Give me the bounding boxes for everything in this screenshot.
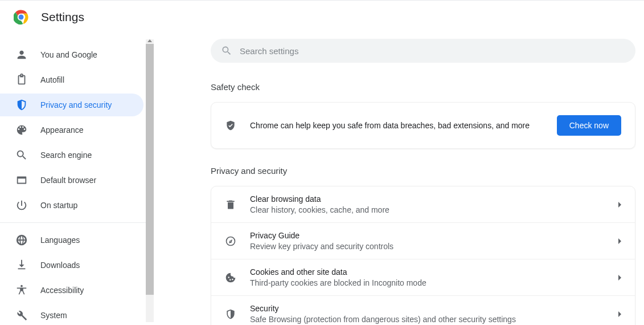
row-desc: Clear history, cookies, cache, and more (250, 205, 618, 214)
safety-check-card: Chrome can help keep you safe from data … (211, 102, 635, 149)
header-bar: Settings (0, 0, 644, 33)
trash-icon (225, 199, 236, 210)
globe-icon (15, 234, 28, 246)
row-security[interactable]: Security Safe Browsing (protection from … (211, 295, 635, 325)
chevron-right-icon (618, 202, 621, 208)
sidebar-divider (0, 222, 146, 223)
row-cookies[interactable]: Cookies and other site data Third-party … (211, 259, 635, 295)
sidebar-item-accessibility[interactable]: Accessibility (0, 279, 146, 302)
clipboard-icon (15, 74, 28, 86)
browser-icon (15, 174, 28, 186)
sidebar-item-languages[interactable]: Languages (0, 229, 146, 251)
chrome-logo-icon (14, 10, 28, 25)
svg-point-2 (19, 14, 24, 19)
row-desc: Safe Browsing (protection from dangerous… (250, 315, 618, 324)
sidebar-item-search-engine[interactable]: Search engine (0, 144, 146, 166)
sidebar-item-label: You and Google (40, 50, 97, 59)
page-title: Settings (41, 10, 84, 24)
chevron-right-icon (618, 311, 621, 317)
sidebar-item-on-startup[interactable]: On startup (0, 194, 146, 217)
search-icon (15, 149, 28, 161)
safety-check-text: Chrome can help keep you safe from data … (250, 121, 557, 130)
privacy-security-heading: Privacy and security (211, 166, 635, 176)
chevron-right-icon (618, 238, 621, 244)
sidebar-item-label: Downloads (40, 261, 80, 270)
compass-icon (225, 235, 236, 247)
sidebar-item-label: Search engine (40, 151, 92, 160)
row-title: Security (250, 304, 618, 313)
main-content: Safety check Chrome can help keep you sa… (154, 33, 644, 325)
sidebar-item-label: Privacy and security (40, 100, 112, 109)
download-icon (15, 259, 28, 271)
check-now-button[interactable]: Check now (557, 115, 621, 136)
safety-check-heading: Safety check (211, 82, 635, 92)
row-title: Clear browsing data (250, 194, 618, 204)
shield-half-icon (225, 308, 236, 320)
row-title: Privacy Guide (250, 231, 618, 240)
sidebar-item-label: Appearance (40, 125, 84, 135)
sidebar-item-autofill[interactable]: Autofill (0, 68, 146, 91)
sidebar-item-label: On startup (40, 201, 77, 210)
row-clear-browsing-data[interactable]: Clear browsing data Clear history, cooki… (211, 186, 635, 222)
sidebar-item-system[interactable]: System (0, 304, 146, 325)
sidebar-item-appearance[interactable]: Appearance (0, 119, 146, 141)
chevron-right-icon (618, 275, 621, 281)
sidebar-item-downloads[interactable]: Downloads (0, 254, 146, 277)
search-icon (221, 45, 232, 56)
wrench-icon (15, 309, 28, 322)
sidebar-item-label: System (40, 311, 67, 320)
sidebar-item-you-and-google[interactable]: You and Google (0, 43, 146, 66)
sidebar-item-label: Default browser (40, 176, 96, 185)
sidebar-item-privacy-and-security[interactable]: Privacy and security (0, 94, 143, 116)
row-privacy-guide[interactable]: Privacy Guide Review key privacy and sec… (211, 222, 635, 259)
sidebar-item-label: Languages (40, 235, 80, 245)
privacy-security-card: Clear browsing data Clear history, cooki… (211, 186, 635, 325)
sidebar-item-default-browser[interactable]: Default browser (0, 169, 146, 192)
search-input[interactable] (211, 39, 635, 63)
row-title: Cookies and other site data (250, 267, 618, 277)
scrollbar[interactable] (146, 39, 154, 322)
sidebar-item-label: Accessibility (40, 286, 84, 295)
row-desc: Third-party cookies are blocked in Incog… (250, 278, 618, 287)
row-desc: Review key privacy and security controls (250, 242, 618, 251)
shield-check-icon (225, 120, 236, 131)
palette-icon (15, 124, 28, 136)
accessibility-icon (15, 284, 28, 296)
person-icon (15, 48, 28, 61)
sidebar-item-label: Autofill (40, 75, 64, 84)
scroll-up-icon (147, 39, 152, 42)
sidebar: You and Google Autofill Privacy and secu… (0, 33, 146, 325)
cookie-icon (225, 272, 236, 283)
scrollbar-thumb[interactable] (146, 44, 154, 295)
power-icon (15, 199, 28, 212)
shield-icon (15, 99, 28, 111)
